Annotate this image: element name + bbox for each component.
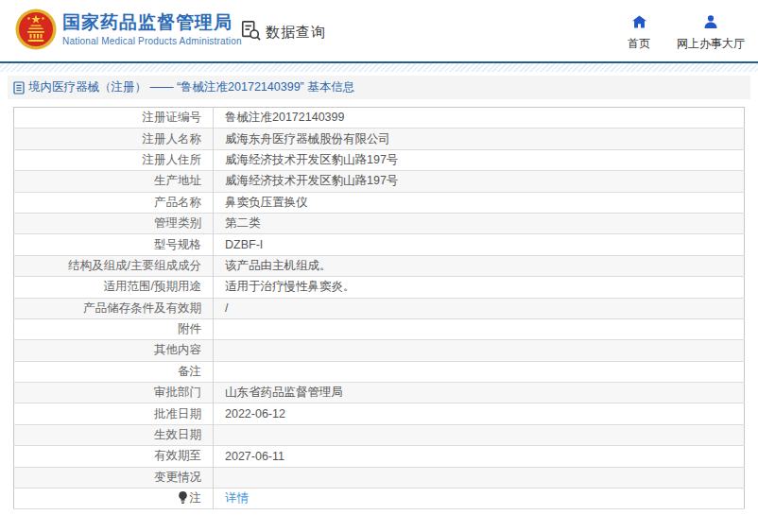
- table-row: 有效期至2027-06-11: [14, 446, 745, 467]
- row-value: 2027-06-11: [214, 446, 745, 467]
- document-magnifier-icon: [240, 20, 261, 44]
- row-value: 鲁械注准20172140399: [214, 108, 745, 129]
- row-label: 生效日期: [14, 424, 214, 445]
- table-row: 审批部门山东省药品监督管理局: [14, 383, 745, 403]
- row-value: 适用于治疗慢性鼻窦炎。: [214, 277, 745, 298]
- nav-service-hall-label: 网上办事大厅: [677, 36, 745, 52]
- row-label: 审批部门: [14, 383, 214, 403]
- row-value: 第二类: [214, 213, 745, 233]
- row-label: 有效期至: [14, 446, 214, 467]
- row-label: 变更情况: [14, 467, 214, 488]
- table-row: 注详情: [14, 489, 745, 509]
- decorative-hatch-strip: [0, 63, 758, 72]
- registration-info-section: 注册证编号鲁械注准20172140399注册人名称威海东舟医疗器械股份有限公司注…: [13, 107, 758, 509]
- top-nav: 首页 网上办事大厅: [628, 15, 745, 52]
- table-row: 生效日期: [14, 424, 745, 445]
- registration-info-table: 注册证编号鲁械注准20172140399注册人名称威海东舟医疗器械股份有限公司注…: [13, 107, 745, 509]
- person-icon: [704, 15, 717, 32]
- row-value: 2022-06-12: [214, 403, 745, 424]
- row-label: 产品储存条件及有效期: [14, 298, 214, 318]
- nav-item-service-hall[interactable]: 网上办事大厅: [677, 15, 745, 52]
- table-row: 批准日期2022-06-12: [14, 403, 745, 424]
- info-table-body: 注册证编号鲁械注准20172140399注册人名称威海东舟医疗器械股份有限公司注…: [14, 108, 745, 509]
- row-label: 注册人住所: [14, 149, 214, 170]
- table-row: 注册人名称威海东舟医疗器械股份有限公司: [14, 129, 745, 149]
- china-national-emblem-logo: [15, 9, 57, 50]
- row-value: 鼻窦负压置换仪: [214, 192, 745, 213]
- home-icon: [632, 15, 646, 32]
- breadcrumb-text: 境内医疗器械（注册） —— “鲁械注准20172140399” 基本信息: [28, 79, 354, 95]
- site-title: 国家药品监督管理局: [62, 11, 242, 33]
- table-row: 注册证编号鲁械注准20172140399: [14, 108, 745, 129]
- brand-block: 国家药品监督管理局 National Medical Products Admi…: [62, 11, 242, 47]
- table-row: 注册人住所威海经济技术开发区豹山路197号: [14, 149, 745, 170]
- table-row: 备注: [14, 361, 745, 382]
- site-subtitle: National Medical Products Administration: [62, 35, 242, 47]
- detail-link[interactable]: 详情: [225, 491, 249, 505]
- row-value: 该产品由主机组成。: [214, 255, 745, 276]
- row-label: 其他内容: [14, 340, 214, 361]
- site-header: 国家药品监督管理局 National Medical Products Admi…: [0, 0, 758, 61]
- table-row: 结构及组成/主要组成成分该产品由主机组成。: [14, 255, 745, 276]
- row-value: 威海经济技术开发区豹山路197号: [214, 171, 745, 192]
- table-row: 适用范围/预期用途适用于治疗慢性鼻窦炎。: [14, 277, 745, 298]
- data-query-tab[interactable]: 数据查询: [240, 20, 326, 44]
- document-icon: [13, 81, 25, 94]
- row-label: 批准日期: [14, 403, 214, 424]
- row-label: 管理类别: [14, 213, 214, 233]
- row-label: 型号规格: [14, 234, 214, 255]
- table-row: 变更情况: [14, 467, 745, 488]
- row-label: 注册证编号: [14, 108, 214, 129]
- row-label: 适用范围/预期用途: [14, 277, 214, 298]
- breadcrumb: 境内医疗器械（注册） —— “鲁械注准20172140399” 基本信息: [8, 76, 750, 99]
- row-value: 详情: [214, 489, 745, 509]
- row-value: [214, 467, 745, 488]
- row-value: 威海东舟医疗器械股份有限公司: [214, 129, 745, 149]
- table-row: 产品储存条件及有效期/: [14, 298, 745, 318]
- table-row: 其他内容: [14, 340, 745, 361]
- table-row: 型号规格DZBF-I: [14, 234, 745, 255]
- table-row: 管理类别第二类: [14, 213, 745, 233]
- row-value: [214, 340, 745, 361]
- nav-item-home[interactable]: 首页: [628, 15, 650, 52]
- row-label: 附件: [14, 318, 214, 339]
- row-label: 注: [14, 489, 214, 509]
- row-value: 威海经济技术开发区豹山路197号: [214, 149, 745, 170]
- row-label: 产品名称: [14, 192, 214, 213]
- row-label: 结构及组成/主要组成成分: [14, 255, 214, 276]
- row-value: DZBF-I: [214, 234, 745, 255]
- row-value: 山东省药品监督管理局: [214, 383, 745, 403]
- nav-home-label: 首页: [628, 36, 650, 52]
- lightbulb-icon: [178, 491, 188, 504]
- table-row: 附件: [14, 318, 745, 339]
- row-value: [214, 424, 745, 445]
- row-value: [214, 361, 745, 382]
- table-row: 生产地址威海经济技术开发区豹山路197号: [14, 171, 745, 192]
- row-value: [214, 318, 745, 339]
- row-value: /: [214, 298, 745, 318]
- data-query-label: 数据查询: [266, 24, 326, 42]
- row-label: 注册人名称: [14, 129, 214, 149]
- row-label: 备注: [14, 361, 214, 382]
- row-label: 生产地址: [14, 171, 214, 192]
- table-row: 产品名称鼻窦负压置换仪: [14, 192, 745, 213]
